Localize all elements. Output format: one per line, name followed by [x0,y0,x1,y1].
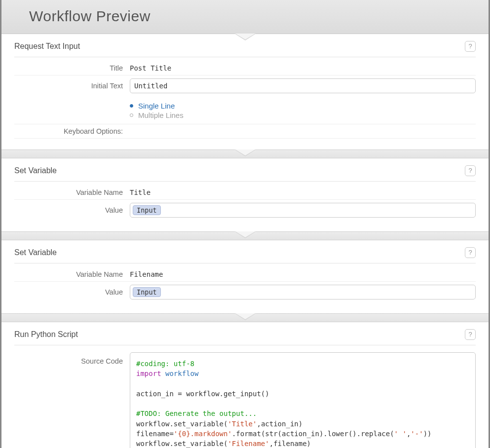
bullet-open-icon [130,113,133,117]
option-label: Multiple Lines [138,111,184,119]
value-token-input[interactable]: Input [130,285,476,299]
block-set-variable-filename: Set Variable ? Variable Name Filename Va… [1,240,489,313]
help-button[interactable]: ? [465,41,476,52]
help-button[interactable]: ? [465,165,476,176]
page-title: Workflow Preview [29,8,479,25]
help-button[interactable]: ? [465,329,476,340]
block-run-python-script: Run Python Script ? Source Code #coding:… [1,322,489,448]
bullet-filled-icon [130,104,133,108]
block-set-variable-title: Set Variable ? Variable Name Title Value… [1,158,489,231]
help-button[interactable]: ? [465,247,476,258]
option-single-line[interactable]: Single Line [130,101,476,111]
option-multiple-lines[interactable]: Multiple Lines [130,111,476,120]
source-code-editor[interactable]: #coding: utf-8 import workflow action_in… [130,352,476,448]
initial-text-input[interactable] [130,78,476,93]
chevron-down-icon [234,313,256,320]
label-value: Value [14,206,130,214]
value-variable-name[interactable]: Filename [130,270,476,278]
option-label: Single Line [138,102,175,110]
block-title: Request Text Input [14,42,80,51]
input-token[interactable]: Input [133,205,161,215]
chevron-down-icon [234,149,256,156]
label-initial-text: Initial Text [14,82,130,90]
input-token[interactable]: Input [133,287,161,297]
value-token-input[interactable]: Input [130,203,476,218]
header-bar: Workflow Preview [1,0,489,34]
block-title: Set Variable [14,248,57,257]
value-variable-name[interactable]: Title [130,188,476,196]
value-title[interactable]: Post Title [130,64,476,72]
block-title: Set Variable [14,166,57,175]
block-request-text-input: Request Text Input ? Title Post Title In… [1,34,489,149]
label-keyboard-options: Keyboard Options: [14,127,130,135]
label-title: Title [14,64,130,72]
chevron-down-icon [234,34,256,40]
label-value: Value [14,288,130,296]
block-title: Run Python Script [14,330,78,339]
label-source-code: Source Code [14,352,130,365]
label-variable-name: Variable Name [14,270,130,278]
chevron-down-icon [234,231,256,238]
label-variable-name: Variable Name [14,188,130,196]
